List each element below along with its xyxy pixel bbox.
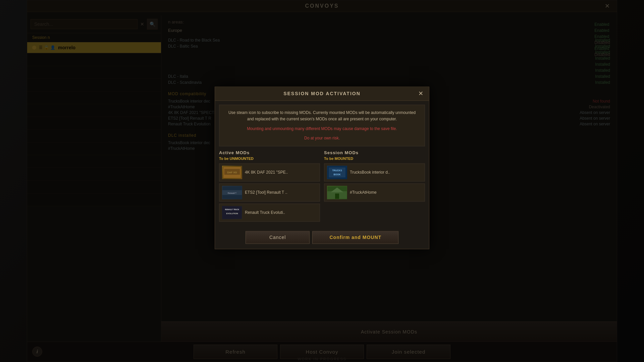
- svg-text:Renault T: Renault T: [228, 192, 236, 194]
- mod-item-truckhome[interactable]: #TruckAtHome: [324, 184, 425, 202]
- modal-info-text: Use steam icon to subscribe to missing M…: [225, 110, 419, 122]
- svg-text:EVOLUTION: EVOLUTION: [226, 213, 238, 215]
- active-mods-subtitle: To be UNMOUNTED: [219, 157, 320, 161]
- modal-warning-line1: Mounting and unmounting many different M…: [225, 126, 419, 132]
- mod-item-renault-evo[interactable]: RENAULT TRUCK EVOLUTION Renault Truck Ev…: [219, 204, 320, 222]
- mod-thumb-daf: DAF XG: [222, 166, 242, 179]
- session-mod-activation-modal: SESSION MOD ACTIVATION ✕ Use steam icon …: [215, 86, 429, 249]
- mod-thumb-trucksbook: TRUCKS BOOK: [327, 166, 347, 179]
- svg-rect-11: [329, 168, 345, 178]
- svg-rect-3: [224, 169, 240, 175]
- cancel-button[interactable]: Cancel: [246, 231, 310, 244]
- confirm-mount-button[interactable]: Confirm and MOUNT: [312, 231, 398, 244]
- modal-title: SESSION MOD ACTIVATION: [283, 91, 361, 96]
- modal-titlebar: SESSION MOD ACTIVATION ✕: [215, 87, 429, 101]
- mod-name-trucksbook: TrucksBook interior d..: [350, 170, 390, 175]
- modal-columns: Active MODs To be UNMOUNTED DAF XG 4K 8K…: [215, 150, 429, 228]
- mod-name-truckhome: #TruckAtHome: [350, 190, 377, 195]
- svg-rect-17: [335, 194, 339, 199]
- modal-info-box: Use steam icon to subscribe to missing M…: [219, 105, 425, 146]
- modal-close-button[interactable]: ✕: [416, 89, 425, 98]
- mod-item-renault-tool[interactable]: Renault T ETS2 [Tool] Renault T ..: [219, 184, 320, 202]
- mod-item-trucksbook[interactable]: TRUCKS BOOK TrucksBook interior d..: [324, 164, 425, 182]
- modal-warning-line2: Do at your own risk.: [225, 135, 419, 141]
- mod-thumb-renault-tool: Renault T: [222, 186, 242, 199]
- svg-text:TRUCKS: TRUCKS: [332, 170, 342, 172]
- mod-item-daf[interactable]: DAF XG 4K 8K DAF 2021 "SPE..: [219, 164, 320, 182]
- svg-text:BOOK: BOOK: [334, 174, 341, 176]
- active-mods-column: Active MODs To be UNMOUNTED DAF XG 4K 8K…: [219, 150, 320, 224]
- session-mods-subtitle: To be MOUNTED: [324, 157, 425, 161]
- mod-name-daf: 4K 8K DAF 2021 "SPE..: [245, 170, 288, 175]
- session-mods-column: Session MODs To be MOUNTED TRUCKS BOOK T…: [324, 150, 425, 224]
- active-mods-title: Active MODs: [219, 150, 320, 156]
- mod-name-renault-evo: Renault Truck Evoluti..: [245, 210, 285, 215]
- mod-thumb-renault-evo: RENAULT TRUCK EVOLUTION: [222, 206, 242, 220]
- modal-footer: Cancel Confirm and MOUNT: [215, 228, 429, 249]
- mod-name-renault-tool: ETS2 [Tool] Renault T ..: [245, 190, 287, 195]
- session-mods-title: Session MODs: [324, 150, 425, 156]
- mod-thumb-truckhome: [327, 186, 347, 199]
- svg-text:RENAULT TRUCK: RENAULT TRUCK: [225, 209, 239, 211]
